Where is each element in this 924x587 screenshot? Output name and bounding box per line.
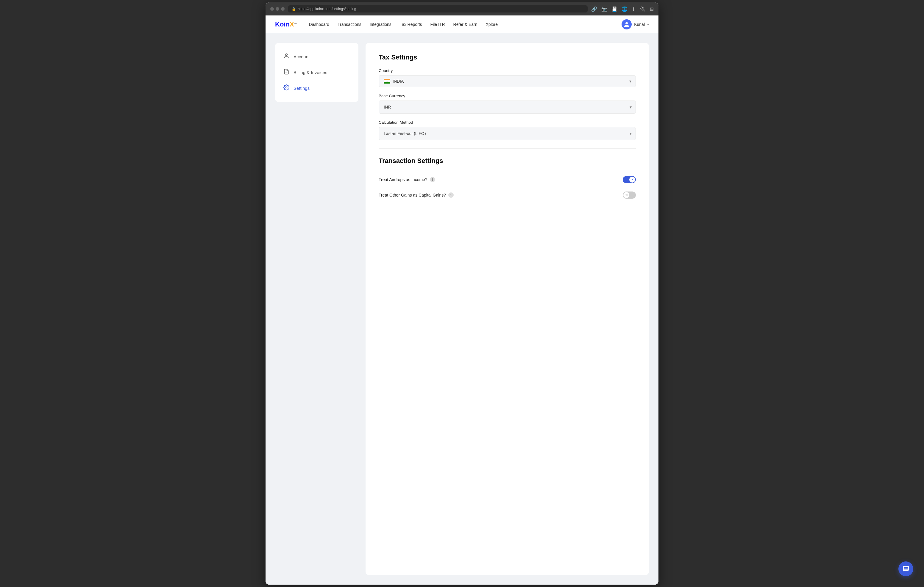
airdrops-toggle[interactable]: ✓ (623, 176, 636, 183)
airdrops-info-icon[interactable]: ℹ (430, 177, 435, 182)
user-icon (284, 53, 289, 60)
browser-icon-globe[interactable]: 🌐 (622, 6, 627, 12)
country-select[interactable]: ● INDIA ▾ (379, 75, 636, 87)
other-gains-x-icon: ✕ (625, 193, 628, 197)
airdrops-label: Treat Airdrops as Income? (379, 177, 427, 182)
user-name: Kunal (634, 22, 645, 27)
browser-icon-link[interactable]: 🔗 (591, 6, 597, 12)
browser-icon-camera[interactable]: 📷 (601, 6, 607, 12)
avatar (622, 19, 632, 30)
page-content: Account Billing & Invoices Settings Tax … (266, 33, 658, 585)
browser-dot-yellow (276, 7, 279, 11)
airdrops-toggle-knob: ✓ (629, 177, 635, 183)
sidebar-item-label-settings: Settings (294, 86, 310, 91)
airdrops-toggle-row: Treat Airdrops as Income? ℹ ✓ (379, 172, 636, 187)
browser-dots (270, 7, 285, 11)
transaction-settings-title: Transaction Settings (379, 157, 636, 165)
other-gains-toggle-row: Treat Other Gains as Capital Gains? ℹ ✕ (379, 187, 636, 203)
chat-button[interactable] (898, 561, 913, 576)
nav-link-tax-reports[interactable]: Tax Reports (400, 22, 422, 27)
country-group: Country ● INDIA ▾ (379, 68, 636, 87)
browser-icon-download[interactable]: ⬆ (632, 6, 635, 12)
other-gains-info-icon[interactable]: ℹ (448, 192, 454, 198)
address-bar[interactable]: 🔒 https://app.koinx.com/settings/setting (288, 5, 587, 13)
tax-settings-title: Tax Settings (379, 54, 636, 61)
url-text: https://app.koinx.com/settings/setting (298, 7, 356, 11)
sidebar-item-label-account: Account (294, 54, 310, 59)
other-gains-label: Treat Other Gains as Capital Gains? (379, 193, 446, 197)
lock-icon: 🔒 (292, 7, 296, 11)
browser-dot-green (281, 7, 285, 11)
calculation-method-group: Calculation Method Last-in First-out (LI… (379, 120, 636, 140)
country-label: Country (379, 68, 636, 73)
nav-user[interactable]: Kunal ▾ (622, 19, 649, 30)
logo-x: X (290, 21, 294, 28)
nav-link-refer-earn[interactable]: Refer & Earn (454, 22, 477, 27)
sidebar-item-settings[interactable]: Settings (275, 80, 358, 96)
base-currency-label: Base Currency (379, 94, 636, 98)
settings-divider (379, 148, 636, 149)
browser-icons: 🔗 📷 💾 🌐 ⬆ 🔌 ⊞ (591, 6, 654, 12)
navbar: KoinX™ Dashboard Transactions Integratio… (266, 15, 658, 33)
browser-dot-red (270, 7, 274, 11)
billing-icon (284, 69, 289, 76)
nav-link-integrations[interactable]: Integrations (370, 22, 391, 27)
airdrops-label-row: Treat Airdrops as Income? ℹ (379, 177, 435, 182)
browser-window: 🔒 https://app.koinx.com/settings/setting… (266, 2, 658, 585)
browser-icon-save[interactable]: 💾 (611, 6, 617, 12)
sidebar-item-account[interactable]: Account (275, 49, 358, 64)
browser-toolbar: 🔒 https://app.koinx.com/settings/setting… (266, 2, 658, 15)
nav-links: Dashboard Transactions Integrations Tax … (309, 22, 612, 27)
logo-koin: Koin (275, 21, 290, 28)
sidebar-item-billing[interactable]: Billing & Invoices (275, 64, 358, 80)
calculation-method-label: Calculation Method (379, 120, 636, 125)
calculation-method-select-wrapper: Last-in First-out (LIFO) ▾ (379, 127, 636, 140)
logo[interactable]: KoinX™ (275, 21, 297, 28)
base-currency-select-wrapper: INR ▾ (379, 100, 636, 113)
other-gains-toggle[interactable]: ✕ (623, 191, 636, 199)
chevron-down-icon: ▾ (647, 22, 649, 26)
logo-tm: ™ (294, 23, 297, 26)
other-gains-toggle-knob: ✕ (623, 192, 629, 198)
settings-icon (284, 84, 289, 92)
airdrops-check-icon: ✓ (631, 178, 634, 182)
india-flag: ● (384, 79, 390, 84)
country-value: INDIA (393, 79, 631, 84)
nav-link-dashboard[interactable]: Dashboard (309, 22, 330, 27)
nav-link-xplore[interactable]: Xplore (486, 22, 498, 27)
browser-icon-ext[interactable]: 🔌 (640, 6, 646, 12)
base-currency-group: Base Currency INR ▾ (379, 94, 636, 113)
nav-link-file-itr[interactable]: File ITR (431, 22, 445, 27)
calculation-method-select[interactable]: Last-in First-out (LIFO) (379, 127, 636, 140)
other-gains-label-row: Treat Other Gains as Capital Gains? ℹ (379, 192, 454, 198)
main-content: Tax Settings Country ● INDIA ▾ Base Curr… (366, 43, 649, 575)
sidebar: Account Billing & Invoices Settings (275, 43, 358, 102)
browser-icon-grid[interactable]: ⊞ (650, 6, 654, 12)
svg-point-0 (285, 54, 287, 56)
nav-link-transactions[interactable]: Transactions (338, 22, 361, 27)
sidebar-item-label-billing: Billing & Invoices (294, 70, 327, 75)
svg-point-3 (286, 87, 287, 88)
base-currency-select[interactable]: INR (379, 100, 636, 113)
